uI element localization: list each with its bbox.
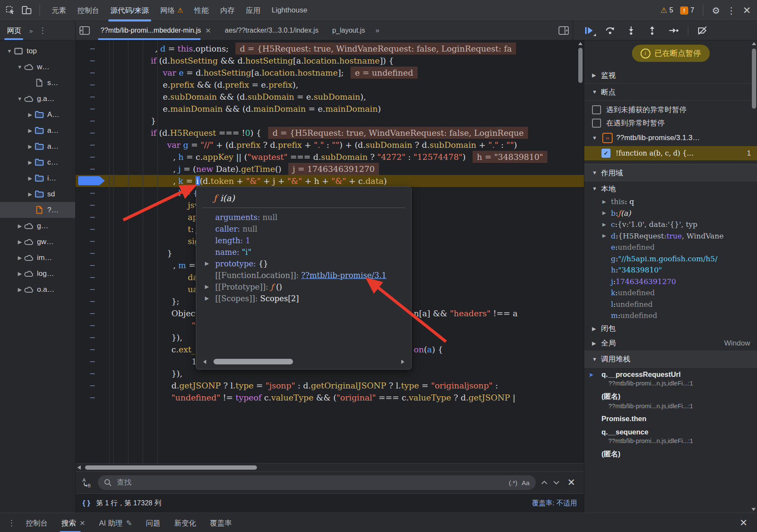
tree-item-[interactable]: ?… xyxy=(0,202,75,218)
tree-item-s[interactable]: s… xyxy=(0,75,75,91)
tree-item-c[interactable]: ▶c… xyxy=(0,154,75,170)
scope-variable-this[interactable]: ▶this: q xyxy=(584,196,757,208)
chevron-right-icon[interactable]: ▶ xyxy=(27,159,34,165)
fold-marker-icon[interactable]: − xyxy=(76,367,109,379)
expand-arrow-icon[interactable]: ▶ xyxy=(602,210,606,216)
code-line[interactable]: −var e = d.hostSetting[a.location.hostna… xyxy=(76,67,584,79)
device-toolbar-icon[interactable] xyxy=(21,6,32,15)
tab-应用[interactable]: 应用 xyxy=(240,0,266,21)
tree-item-sd[interactable]: ▶sd xyxy=(0,186,75,202)
drawer-tab-新变化[interactable]: 新变化 xyxy=(167,513,203,532)
settings-gear-icon[interactable]: ⚙ xyxy=(712,6,720,15)
chevron-right-icon[interactable]: ▶ xyxy=(16,287,23,293)
step-icon[interactable] xyxy=(668,26,679,35)
section-watch[interactable]: ▶ 监视 xyxy=(584,67,757,84)
chevron-down-icon[interactable]: ▼ xyxy=(6,48,13,54)
close-devtools-icon[interactable]: ✕ xyxy=(743,6,751,15)
chevron-right-icon[interactable]: ▶ xyxy=(27,191,34,197)
file-tab[interactable]: aes/??tracker/3...3.0.1/index.js xyxy=(218,21,325,40)
deactivate-breakpoints-icon[interactable] xyxy=(697,26,708,35)
fold-marker-icon[interactable]: − xyxy=(76,271,109,283)
step-over-icon[interactable] xyxy=(605,26,615,35)
scrollbar-thumb[interactable] xyxy=(578,48,583,83)
code-line[interactable]: −e.subDomain && (d.subDomain = e.subDoma… xyxy=(76,91,584,103)
pretty-print-icon[interactable]: { } xyxy=(82,499,90,508)
fold-marker-icon[interactable]: − xyxy=(76,295,109,307)
scope-variable-d[interactable]: ▶d: {H5Request: true, WindVane xyxy=(584,230,757,242)
fold-marker-icon[interactable]: − xyxy=(76,355,109,367)
fold-marker-icon[interactable]: − xyxy=(76,79,109,91)
code-line[interactable]: −e.prefix && (d.prefix = e.prefix), xyxy=(76,79,584,91)
inspect-element-icon[interactable] xyxy=(5,5,15,15)
fold-marker-icon[interactable]: − xyxy=(76,151,109,163)
more-tabs-icon[interactable]: » xyxy=(26,27,35,34)
scroll-up-arrow[interactable] xyxy=(752,42,756,45)
more-file-tabs-icon[interactable]: » xyxy=(372,26,382,35)
fold-marker-icon[interactable]: − xyxy=(76,187,109,199)
tab-性能[interactable]: 性能 xyxy=(189,0,214,21)
fold-marker-icon[interactable]: − xyxy=(76,127,109,139)
fold-marker-icon[interactable]: − xyxy=(76,259,109,271)
tree-item-a[interactable]: ▶a… xyxy=(0,122,75,138)
expand-arrow-icon[interactable]: ▶ xyxy=(205,258,209,269)
scope-variable-l[interactable]: l: undefined xyxy=(584,299,757,310)
scope-variable-c[interactable]: ▶c: {v: '1.0', data: '{}', typ xyxy=(584,219,757,230)
scrollbar-thumb[interactable] xyxy=(85,465,257,470)
fold-marker-icon[interactable]: − xyxy=(76,379,109,391)
tab-源代码/来源[interactable]: 源代码/来源 xyxy=(105,0,155,21)
find-next-icon[interactable] xyxy=(553,480,560,485)
fold-marker-icon[interactable]: − xyxy=(76,91,109,103)
scroll-right-arrow[interactable] xyxy=(401,360,404,364)
chevron-down-icon[interactable]: ▼ xyxy=(16,64,23,70)
drawer-tab-搜索[interactable]: 搜索✕ xyxy=(55,513,92,532)
breakpoint-checkbox[interactable]: ✓ xyxy=(601,149,610,158)
scope-group-closure[interactable]: ▶ 闭包 xyxy=(584,321,757,336)
breakpoint-file-group[interactable]: ▼ ‹› ??mtb/lib-promise/3.1.3… xyxy=(584,130,757,146)
file-tab[interactable]: ??mtb/lib-promi...mbedder-min.js✕ xyxy=(94,21,218,40)
fold-marker-icon[interactable]: − xyxy=(76,139,109,151)
chevron-right-icon[interactable]: ▶ xyxy=(16,239,23,245)
checkbox[interactable] xyxy=(592,119,601,128)
execution-pointer-icon[interactable] xyxy=(76,175,109,187)
code-line[interactable]: −d.getJSONP ? l.type = "jsonp" : d.getOr… xyxy=(76,379,584,391)
replace-toggle-icon[interactable]: AB xyxy=(82,477,93,488)
fold-marker-icon[interactable]: − xyxy=(76,103,109,115)
drawer-tab-控制台[interactable]: 控制台 xyxy=(19,513,55,532)
fold-marker-icon[interactable]: − xyxy=(76,55,109,67)
chevron-right-icon[interactable]: ▶ xyxy=(27,112,34,118)
stack-frame[interactable]: Promise.then xyxy=(584,412,757,425)
chevron-right-icon[interactable]: ▶ xyxy=(16,271,23,277)
drawer-tab-问题[interactable]: 问题 xyxy=(139,513,167,532)
scrollbar-thumb[interactable] xyxy=(214,359,293,364)
close-tab-icon[interactable]: ✕ xyxy=(205,27,211,35)
toggle-panel-icon[interactable] xyxy=(558,25,569,36)
find-input[interactable] xyxy=(116,478,504,487)
section-callstack[interactable]: ▼ 调用堆栈 xyxy=(584,351,757,368)
expand-arrow-icon[interactable]: ▶ xyxy=(602,222,606,227)
fold-marker-icon[interactable]: − xyxy=(76,163,109,175)
tab-内存[interactable]: 内存 xyxy=(214,0,240,21)
scope-group-global[interactable]: ▶ 全局 Window xyxy=(584,336,757,351)
expand-arrow-icon[interactable]: ▶ xyxy=(602,233,606,238)
chevron-right-icon[interactable]: ▶ xyxy=(27,175,34,181)
editor-vertical-scrollbar[interactable] xyxy=(578,42,583,83)
fold-marker-icon[interactable]: − xyxy=(76,307,109,319)
scope-variable-m[interactable]: m: undefined xyxy=(584,310,757,321)
fold-marker-icon[interactable]: − xyxy=(76,319,109,331)
scrollbar-thumb[interactable] xyxy=(752,49,756,109)
fold-marker-icon[interactable]: − xyxy=(76,391,109,404)
stack-frame[interactable]: (匿名) xyxy=(584,447,757,462)
chevron-right-icon[interactable]: ▶ xyxy=(27,144,34,150)
close-drawer-icon[interactable]: ✕ xyxy=(740,517,753,529)
issue-count-badge[interactable]: ! 7 xyxy=(680,6,694,15)
tree-item-w[interactable]: ▼w… xyxy=(0,59,75,75)
fold-marker-icon[interactable]: − xyxy=(76,247,109,259)
fold-marker-icon[interactable]: − xyxy=(76,283,109,295)
code-line[interactable]: −} xyxy=(76,115,584,127)
stack-frame[interactable]: q.__sequence??mtb/lib-promi...n.js,idleF… xyxy=(584,425,757,447)
fold-marker-icon[interactable]: − xyxy=(76,343,109,355)
panel-vertical-scrollbar[interactable] xyxy=(751,42,757,511)
drawer-tab-覆盖率[interactable]: 覆盖率 xyxy=(203,513,238,532)
close-find-icon[interactable]: ✕ xyxy=(565,477,578,488)
close-tab-icon[interactable]: ✕ xyxy=(79,519,85,527)
